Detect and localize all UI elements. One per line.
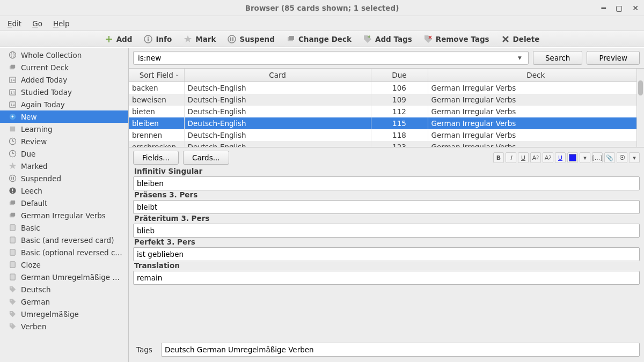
table-row[interactable]: bleibenDeutsch-English115German Irregula… (129, 117, 644, 129)
sidebar-item-label: Default (21, 199, 47, 208)
svg-rect-12 (368, 36, 370, 38)
sidebar-item-suspended[interactable]: Suspended (0, 172, 128, 184)
col-card[interactable]: Card (184, 69, 371, 82)
cell-sort: erschrecken (129, 141, 184, 148)
attach-button[interactable]: 📎 (604, 152, 615, 163)
cell-due: 115 (371, 117, 428, 129)
search-button[interactable]: Search (533, 51, 582, 65)
subscript-button[interactable]: A2 (543, 152, 553, 163)
color-swatch[interactable] (567, 152, 578, 163)
field-input[interactable] (133, 200, 640, 214)
underline-button[interactable]: U (518, 152, 529, 163)
italic-button[interactable]: I (506, 152, 516, 163)
search-dropdown-icon[interactable]: ▾ (518, 53, 526, 62)
cell-card: Deutsch-English (184, 94, 371, 106)
search-input[interactable] (133, 51, 529, 65)
menu-go[interactable]: Go (32, 19, 42, 28)
col-due[interactable]: Due (371, 69, 428, 82)
star-icon (9, 162, 17, 170)
book-icon (9, 125, 17, 133)
sidebar-item-due[interactable]: Due (0, 147, 128, 160)
table-row[interactable]: brennenDeutsch-English118German Irregula… (129, 129, 644, 141)
minimize-icon[interactable]: ━ (602, 4, 606, 12)
sidebar-item-label: Learning (21, 125, 53, 134)
svg-rect-40 (13, 177, 14, 180)
more-button[interactable]: ▾ (629, 152, 640, 163)
clock-icon (9, 150, 17, 158)
field-input[interactable] (133, 247, 640, 261)
svg-rect-1 (106, 39, 112, 40)
col-deck[interactable]: Deck (428, 69, 644, 82)
menu-help[interactable]: Help (53, 19, 70, 28)
svg-text:14: 14 (10, 103, 14, 107)
sidebar-item-label: Marked (21, 162, 48, 171)
preview-button[interactable]: Preview (587, 51, 640, 65)
sidebar-item-tag-verben[interactable]: Verben (0, 320, 128, 333)
sidebar-item-added-today[interactable]: 14Added Today (0, 73, 128, 86)
pause-icon (9, 174, 17, 182)
window-title: Browser (85 cards shown; 1 selected) (245, 4, 399, 12)
sidebar-item-german-irregular-verbs[interactable]: German Irregular Verbs (0, 209, 128, 221)
cloze-button[interactable]: [...] (592, 152, 603, 163)
fields-button[interactable]: Fields... (133, 151, 179, 165)
menu-edit[interactable]: Edit (8, 19, 21, 28)
suspend-button[interactable]: Suspend (228, 35, 274, 43)
sidebar-item-current-deck[interactable]: Current Deck (0, 61, 128, 73)
sidebar-item-review[interactable]: Review (0, 135, 128, 147)
maximize-icon[interactable]: ▢ (616, 4, 623, 12)
cards-button[interactable]: Cards... (183, 151, 229, 165)
bold-button[interactable]: B (493, 152, 504, 163)
close-icon[interactable]: ✕ (632, 4, 639, 12)
add-tags-button[interactable]: Add Tags (363, 35, 412, 43)
sidebar-item-default[interactable]: Default (0, 197, 128, 209)
info-button[interactable]: Info (144, 35, 172, 43)
field-input[interactable] (133, 271, 640, 285)
sidebar-item-german-umregel[interactable]: German Umregelmäßige Ver... (0, 271, 128, 283)
sidebar-item-new[interactable]: ✦New (0, 110, 128, 123)
plus-icon (105, 35, 113, 43)
field-input[interactable] (133, 224, 640, 238)
col-sort-field[interactable]: Sort Field⌄ (129, 69, 184, 82)
change-deck-button[interactable]: Change Deck (287, 35, 352, 43)
cell-card: Deutsch-English (184, 117, 371, 129)
cell-sort: backen (129, 82, 184, 94)
delete-button[interactable]: Delete (501, 35, 540, 43)
sidebar-item-tag-deutsch[interactable]: Deutsch (0, 283, 128, 295)
svg-point-56 (11, 324, 12, 326)
sidebar-item-cloze[interactable]: Cloze (0, 258, 128, 271)
cell-deck: German Irregular Verbs (428, 129, 644, 141)
sidebar-item-basic[interactable]: Basic (0, 221, 128, 234)
color-dropdown-icon[interactable]: ▾ (580, 152, 590, 163)
note-icon (9, 224, 17, 232)
mark-button[interactable]: Mark (184, 35, 216, 43)
color-underline-button[interactable]: U (555, 152, 566, 163)
sidebar-item-basic-rev[interactable]: Basic (and reversed card) (0, 234, 128, 246)
table-scrollbar[interactable] (636, 69, 644, 147)
sidebar-item-leech[interactable]: Leech (0, 184, 128, 197)
sidebar-item-label: Cloze (21, 261, 41, 269)
table-row[interactable]: beweisenDeutsch-English109German Irregul… (129, 94, 644, 106)
field-input[interactable] (133, 176, 640, 190)
record-button[interactable]: ⦿ (617, 152, 627, 163)
table-row[interactable]: backenDeutsch-English106German Irregular… (129, 82, 644, 94)
sidebar-item-whole-collection[interactable]: Whole Collection (0, 49, 128, 61)
table-row[interactable]: bietenDeutsch-English112German Irregular… (129, 106, 644, 117)
cell-card: Deutsch-English (184, 141, 371, 148)
sidebar-item-tag-umregel[interactable]: Umregelmäßige (0, 308, 128, 320)
sidebar-item-basic-optrev[interactable]: Basic (optional reversed card) (0, 246, 128, 258)
sidebar-item-learning[interactable]: Learning (0, 123, 128, 135)
sidebar-item-marked[interactable]: Marked (0, 160, 128, 172)
sidebar-item-label: German (21, 298, 50, 306)
sidebar-item-studied-today[interactable]: 14Studied Today (0, 86, 128, 98)
remove-tags-button[interactable]: Remove Tags (424, 35, 489, 43)
superscript-button[interactable]: A2 (530, 152, 541, 163)
tag-icon (9, 285, 17, 293)
tags-input[interactable] (161, 343, 640, 357)
tag-icon (9, 298, 17, 306)
table-row[interactable]: erschreckenDeutsch-English123German Irre… (129, 141, 644, 148)
sidebar-item-tag-german[interactable]: German (0, 295, 128, 308)
sidebar-item-again-today[interactable]: 14Again Today (0, 98, 128, 110)
svg-rect-47 (11, 213, 15, 217)
add-button[interactable]: Add (105, 35, 133, 43)
field-label: Infinitiv Singular (133, 167, 640, 175)
